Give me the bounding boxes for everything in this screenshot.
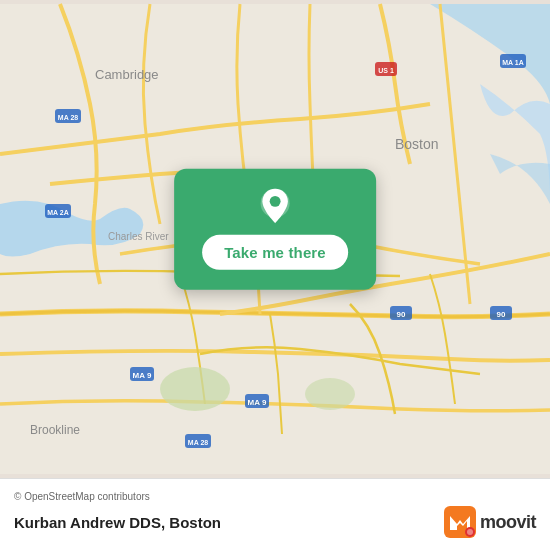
svg-text:MA 2A: MA 2A: [47, 209, 69, 216]
info-bar: © OpenStreetMap contributors Kurban Andr…: [0, 478, 550, 550]
map-attribution: © OpenStreetMap contributors: [14, 491, 536, 502]
svg-point-2: [305, 378, 355, 410]
svg-text:MA 28: MA 28: [188, 439, 208, 446]
svg-text:Charles River: Charles River: [108, 231, 169, 242]
svg-text:Cambridge: Cambridge: [95, 67, 159, 82]
place-row: Kurban Andrew DDS, Boston moovit: [14, 506, 536, 538]
take-me-there-button[interactable]: Take me there: [202, 235, 348, 270]
svg-text:90: 90: [397, 310, 406, 319]
svg-text:US 1: US 1: [378, 67, 394, 74]
svg-point-26: [270, 196, 281, 207]
map-container: 90 MA 9 MA 9 MA 28 US 1 MA 28 MA 2A MA 1…: [0, 0, 550, 478]
app: 90 MA 9 MA 9 MA 28 US 1 MA 28 MA 2A MA 1…: [0, 0, 550, 550]
location-card: Take me there: [174, 169, 376, 290]
svg-text:MA 9: MA 9: [133, 371, 152, 380]
moovit-brand-icon: [444, 506, 476, 538]
svg-text:MA 9: MA 9: [248, 398, 267, 407]
svg-text:MA 28: MA 28: [58, 114, 78, 121]
svg-text:MA 1A: MA 1A: [502, 59, 524, 66]
map-pin-icon: [255, 187, 295, 227]
svg-point-1: [160, 367, 230, 411]
moovit-brand-text: moovit: [480, 512, 536, 533]
place-name: Kurban Andrew DDS, Boston: [14, 514, 221, 531]
moovit-logo: moovit: [444, 506, 536, 538]
svg-text:Brookline: Brookline: [30, 423, 80, 437]
svg-point-29: [467, 529, 473, 535]
svg-text:90: 90: [497, 310, 506, 319]
svg-text:Boston: Boston: [395, 136, 439, 152]
